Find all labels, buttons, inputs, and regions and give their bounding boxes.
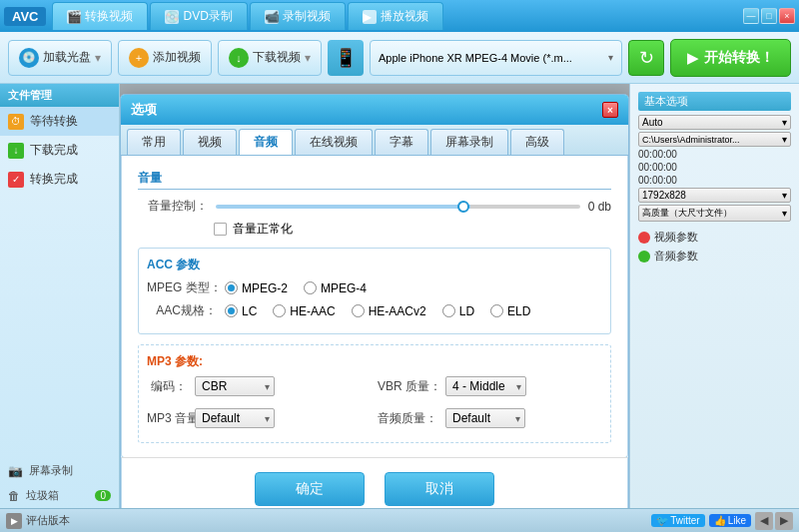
- tab-subtitle[interactable]: 字幕: [375, 129, 428, 155]
- audio-params-icon: [638, 251, 650, 263]
- mp3-audio-select[interactable]: Default: [195, 408, 275, 428]
- basic-options-title: 基本选项: [638, 92, 791, 111]
- tab-advanced[interactable]: 高级: [510, 129, 564, 155]
- tab-play[interactable]: ▶ 播放视频: [348, 2, 443, 30]
- aac-lc-option[interactable]: LC: [225, 304, 257, 318]
- mpeg4-option[interactable]: MPEG-4: [304, 281, 367, 295]
- top-bar: AVC 🎬 转换视频 💿 DVD录制 📹 录制视频 ▶ 播放视频 — □ ×: [0, 0, 799, 32]
- tab-common[interactable]: 常用: [127, 129, 181, 155]
- confirm-button[interactable]: 确定: [255, 472, 365, 506]
- aac-format-label: AAC规格：: [147, 302, 217, 319]
- sidebar: 文件管理 ⏱ 等待转换 ↓ 下载完成 ✓ 转换完成 📷 屏幕录制 🗑 垃圾箱 0: [0, 84, 120, 508]
- modal-title-bar: 选项 ×: [121, 95, 628, 125]
- prev-button[interactable]: ◀: [755, 512, 773, 530]
- twitter-icon: 🐦: [656, 515, 668, 526]
- cancel-button[interactable]: 取消: [385, 472, 494, 506]
- aac-lc-radio[interactable]: [225, 304, 238, 317]
- screen-record-icon: 📷: [8, 464, 23, 478]
- acc-section-title: ACC 参数: [147, 257, 602, 273]
- minimize-button[interactable]: —: [743, 8, 759, 24]
- content-area: 选项 × 常用 视频 音频 在线视频 字幕 屏幕录制 高级 音量: [120, 84, 629, 508]
- mp3-audio-label: MP3 音量：: [147, 410, 187, 427]
- modal-body: 音量 音量控制： 0 db 音量正常化: [121, 156, 628, 458]
- time-field-3: 00:00:00: [638, 175, 791, 186]
- auto-select[interactable]: Auto ▾: [638, 115, 791, 130]
- aac-eld-radio[interactable]: [490, 304, 503, 317]
- window-controls: — □ ×: [743, 8, 795, 24]
- tab-audio[interactable]: 音频: [239, 129, 293, 155]
- vbr-label: VBR 质量：: [378, 378, 437, 395]
- tab-video[interactable]: 视频: [183, 129, 237, 155]
- path-select[interactable]: C:\Users\Administrator... ▾: [638, 132, 791, 147]
- mp3-section-title: MP3 参数:: [147, 353, 602, 370]
- encoding-row: 编码： CBR: [147, 376, 372, 396]
- format-selector[interactable]: Apple iPhone XR MPEG-4 Movie (*.m... ▾: [370, 40, 622, 76]
- acc-section: ACC 参数 MPEG 类型： MPEG-2 MPEG-4: [138, 248, 611, 334]
- modal-title: 选项: [131, 101, 157, 119]
- normalize-checkbox[interactable]: [214, 223, 227, 236]
- video-params-label: 视频参数: [654, 230, 698, 245]
- modal-close-button[interactable]: ×: [602, 102, 618, 118]
- aac-he-radio[interactable]: [273, 304, 286, 317]
- video-params-row: 视频参数: [638, 230, 791, 245]
- mpeg2-radio[interactable]: [225, 281, 238, 294]
- add-video-icon: +: [129, 48, 149, 68]
- modal-overlay: 选项 × 常用 视频 音频 在线视频 字幕 屏幕录制 高级 音量: [120, 84, 629, 508]
- aac-ld-option[interactable]: LD: [442, 304, 474, 318]
- sidebar-item-converted[interactable]: ✓ 转换完成: [0, 165, 119, 194]
- disc-icon: 💿: [19, 48, 39, 68]
- twitter-button[interactable]: 🐦 Twitter: [651, 514, 704, 527]
- clock-icon: ⏱: [8, 114, 24, 130]
- sidebar-item-downloaded[interactable]: ↓ 下载完成: [0, 136, 119, 165]
- tab-screen[interactable]: 屏幕录制: [430, 129, 508, 155]
- encoding-select[interactable]: CBR: [195, 376, 275, 396]
- trash-icon: 🗑: [8, 489, 20, 503]
- video-params-icon: [638, 232, 650, 244]
- mpeg2-option[interactable]: MPEG-2: [225, 281, 288, 295]
- sidebar-screen-record[interactable]: 📷 屏幕录制: [0, 458, 119, 483]
- aac-ld-radio[interactable]: [442, 304, 455, 317]
- db-value: 0 db: [588, 200, 611, 214]
- refresh-button[interactable]: ↻: [628, 40, 664, 76]
- volume-slider[interactable]: [216, 205, 580, 209]
- vbr-select[interactable]: 4 - Middle: [445, 376, 526, 396]
- basic-options-section: 基本选项 Auto ▾ C:\Users\Administrator... ▾ …: [638, 92, 791, 222]
- start-convert-button[interactable]: ▶ 开始转换！: [670, 39, 791, 77]
- record-icon: 📹: [265, 10, 279, 24]
- time-field-2: 00:00:00: [638, 162, 791, 173]
- convert-icon: 🎬: [67, 10, 81, 24]
- aac-hev2-option[interactable]: HE-AACv2: [352, 304, 426, 318]
- aac-eld-option[interactable]: ELD: [490, 304, 530, 318]
- mpeg-radio-group: MPEG-2 MPEG-4: [225, 281, 367, 295]
- mpeg4-radio[interactable]: [304, 281, 317, 294]
- modal-footer: 确定 取消: [121, 457, 628, 508]
- trash-badge: 0: [95, 490, 111, 501]
- next-button[interactable]: ▶: [775, 512, 793, 530]
- close-button[interactable]: ×: [779, 8, 795, 24]
- sidebar-item-waiting[interactable]: ⏱ 等待转换: [0, 107, 119, 136]
- aac-hev2-radio[interactable]: [352, 304, 365, 317]
- tab-record[interactable]: 📹 录制视频: [250, 2, 346, 30]
- resolution-select[interactable]: 1792x828 ▾: [638, 188, 791, 203]
- params-section: 视频参数 音频参数: [638, 230, 791, 264]
- sidebar-trash[interactable]: 🗑 垃圾箱 0: [0, 483, 119, 508]
- add-disc-button[interactable]: 💿 加载光盘 ▾: [8, 40, 112, 76]
- quality-select[interactable]: 高质量（大尺寸文件） ▾: [638, 205, 791, 222]
- bottom-bar: ▶ 评估版本 🐦 Twitter 👍 Like ◀ ▶: [0, 508, 799, 532]
- mp3-audio-row: MP3 音量： Default: [147, 408, 372, 428]
- audio-quality-select[interactable]: Default: [445, 408, 525, 428]
- aac-he-option[interactable]: HE-AAC: [273, 304, 335, 318]
- tab-dvd[interactable]: 💿 DVD录制: [150, 2, 247, 30]
- mp3-params-grid: 编码： CBR VBR 质量： 4 - Middle MP3 音量： Defau…: [147, 376, 602, 434]
- modal-tabs: 常用 视频 音频 在线视频 字幕 屏幕录制 高级: [121, 125, 628, 156]
- sidebar-title: 文件管理: [0, 84, 119, 107]
- mpeg-type-label: MPEG 类型：: [147, 279, 217, 296]
- like-button[interactable]: 👍 Like: [709, 514, 751, 527]
- right-panel: 基本选项 Auto ▾ C:\Users\Administrator... ▾ …: [629, 84, 799, 508]
- download-video-button[interactable]: ↓ 下载视频 ▾: [218, 40, 322, 76]
- maximize-button[interactable]: □: [761, 8, 777, 24]
- add-video-button[interactable]: + 添加视频: [118, 40, 212, 76]
- tab-convert[interactable]: 🎬 转换视频: [52, 2, 148, 30]
- download-done-icon: ↓: [8, 143, 24, 159]
- tab-online[interactable]: 在线视频: [295, 129, 373, 155]
